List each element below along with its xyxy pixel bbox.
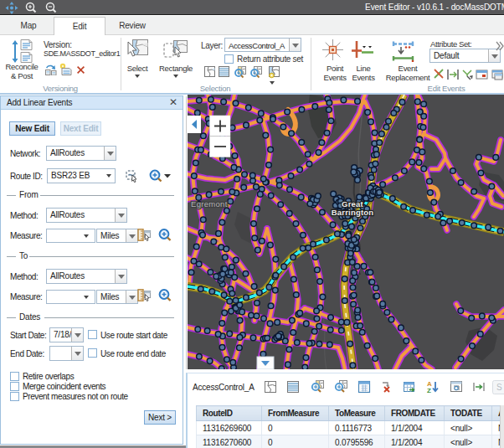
svg-text:Egremont: Egremont xyxy=(191,199,228,209)
svg-text:Z: Z xyxy=(427,387,431,394)
svg-text:S: S xyxy=(496,383,502,392)
svg-text:Barrington: Barrington xyxy=(332,208,374,217)
